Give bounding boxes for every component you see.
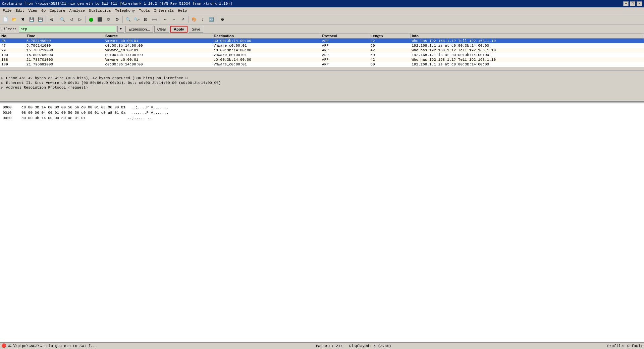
col-time[interactable]: Time <box>25 34 104 39</box>
menu-help[interactable]: Help <box>176 8 189 13</box>
colorize-button[interactable]: 🎨 <box>190 15 198 23</box>
menu-statistics[interactable]: Statistics <box>87 8 113 13</box>
toolbar-sep3 <box>85 16 86 23</box>
menu-edit[interactable]: Edit <box>13 8 26 13</box>
menu-internals[interactable]: Internals <box>152 8 176 13</box>
open-button[interactable]: 📂 <box>10 15 18 23</box>
title-bar: Capturing from \\pipe\GNS3\C1_nio_gen_et… <box>0 0 644 7</box>
col-destination[interactable]: Destination <box>212 34 321 39</box>
table-header: No. Time Source Destination Protocol Len… <box>0 34 644 39</box>
status-path: \\pipe\GNS3\C1_nio_gen_eth_to_SW1_f... <box>13 344 97 348</box>
menu-telephony[interactable]: Telephony <box>113 8 137 13</box>
capture-options-button[interactable]: ⚙ <box>113 15 121 23</box>
prefs-button[interactable]: ⚙ <box>218 15 226 23</box>
hex-offset: 0000 <box>3 105 16 110</box>
save-filter-button[interactable]: Save <box>189 26 203 33</box>
minimize-button[interactable]: ─ <box>623 1 629 6</box>
hex-bytes: c0 00 3b 14 00 00 00 50 56 c0 00 01 08 0… <box>21 105 125 110</box>
restore-button[interactable]: □ <box>630 1 635 6</box>
status-packets: Packets: 214 · Displayed: 6 (2.8%) <box>100 344 607 348</box>
goto-packet-button[interactable]: ↗ <box>179 15 187 23</box>
close-button[interactable]: ✖ <box>19 15 27 23</box>
window-title: Capturing from \\pipe\GNS3\C1_nio_gen_et… <box>2 2 623 6</box>
status-bar: 🔴 🖧 \\pipe\GNS3\C1_nio_gen_eth_to_SW1_f.… <box>0 342 644 349</box>
toolbar-sep4 <box>122 16 123 23</box>
expand-icon[interactable]: ▷ <box>1 76 5 80</box>
hex-ascii: ..;....P V....... <box>131 105 168 110</box>
hex-bytes: 08 00 06 04 00 01 00 50 56 c0 00 01 c0 a… <box>21 110 125 115</box>
save-button[interactable]: 💾 <box>28 15 36 23</box>
toolbar-sep2 <box>57 16 57 23</box>
back-button[interactable]: ← <box>161 15 169 23</box>
packet-table: No. Time Source Destination Protocol Len… <box>0 34 644 67</box>
menu-go[interactable]: Go <box>39 8 48 13</box>
hex-bytes: c0 00 3b 14 00 00 c0 a8 01 01 <box>21 115 122 121</box>
restart-capture-button[interactable]: ↺ <box>104 15 112 23</box>
zoom-reset-button[interactable]: ⊡ <box>142 15 150 23</box>
col-info[interactable]: Info <box>410 34 644 39</box>
stop-capture-button[interactable]: ⬛ <box>96 15 104 23</box>
status-profile: Profile: Default <box>607 344 643 348</box>
name-resolution-button[interactable]: 🔤 <box>207 15 215 23</box>
status-file-icon: 🖧 <box>8 343 12 348</box>
find-packet-button[interactable]: 🔍 <box>58 15 66 23</box>
menu-file[interactable]: File <box>1 8 13 13</box>
col-protocol[interactable]: Protocol <box>321 34 369 39</box>
hex-ascii: ..;..... .. <box>127 115 152 121</box>
horizontal-scrollbar[interactable] <box>0 70 644 75</box>
forward-button[interactable]: → <box>170 15 178 23</box>
apply-button[interactable]: Apply <box>170 26 187 33</box>
toolbar-sep7 <box>217 16 217 23</box>
table-row[interactable]: 475.796141000c0:00:3b:14:00:00Vmware_c0:… <box>0 43 644 48</box>
table-row[interactable]: 9915.783719000Vmware_c0:00:01c0:00:3b:14… <box>0 48 644 53</box>
packet-detail: ▷Frame 46: 42 bytes on wire (336 bits), … <box>0 75 644 102</box>
start-capture-button[interactable]: ⬤ <box>87 15 95 23</box>
menu-view[interactable]: View <box>26 8 39 13</box>
col-length[interactable]: Length <box>369 34 410 39</box>
autoscroll-button[interactable]: ↕ <box>199 15 207 23</box>
filter-dropdown[interactable]: ▼ <box>117 26 124 33</box>
save-as-button[interactable]: 💾 <box>36 15 44 23</box>
resize-columns-button[interactable]: ⟺ <box>150 15 158 23</box>
expression-button[interactable]: Expression... <box>125 26 153 33</box>
toolbar-sep5 <box>160 16 160 23</box>
detail-row[interactable]: ▷Frame 46: 42 bytes on wire (336 bits), … <box>0 76 644 81</box>
zoom-in-button[interactable]: 🔍 <box>124 15 132 23</box>
hex-dump: 0000c0 00 3b 14 00 00 00 50 56 c0 00 01 … <box>0 103 644 342</box>
table-row[interactable]: 10015.800706000c0:00:3b:14:00:00Vmware_c… <box>0 53 644 57</box>
table-row[interactable]: 18821.783701000Vmware_c0:00:01c0:00:3b:1… <box>0 57 644 62</box>
hex-offset: 0020 <box>3 115 16 121</box>
detail-row[interactable]: ▷Address Resolution Protocol (request) <box>0 85 644 90</box>
menu-capture[interactable]: Capture <box>48 8 67 13</box>
close-button[interactable]: ✕ <box>637 1 642 6</box>
clear-button[interactable]: Clear <box>154 26 169 33</box>
menu-analyze[interactable]: Analyze <box>67 8 87 13</box>
toolbar: 📄 📂 ✖ 💾 💾 🖨 🔍 ◁ ▷ ⬤ ⬛ ↺ ⚙ 🔍 🔍− ⊡ ⟺ ← → ↗… <box>0 14 644 25</box>
expand-icon[interactable]: ▷ <box>1 86 5 90</box>
detail-text: Frame 46: 42 bytes on wire (336 bits), 4… <box>6 76 187 80</box>
status-capture-icon: 🔴 <box>1 343 6 348</box>
detail-text: Address Resolution Protocol (request) <box>6 86 88 90</box>
prev-packet-button[interactable]: ◁ <box>67 15 75 23</box>
next-packet-button[interactable]: ▷ <box>76 15 84 23</box>
zoom-out-button[interactable]: 🔍− <box>133 15 141 23</box>
hex-ascii: .......P V....... <box>131 110 168 115</box>
filter-bar: Filter: ▼ Expression... Clear Apply Save <box>0 25 644 34</box>
hex-offset: 0010 <box>3 110 16 115</box>
new-capture-button[interactable]: 📄 <box>1 15 9 23</box>
print-button[interactable]: 🖨 <box>47 15 55 23</box>
packet-tbody: 465.783149000Vmware_c0:00:01c0:00:3b:14:… <box>0 39 644 67</box>
col-source[interactable]: Source <box>104 34 212 39</box>
expand-icon[interactable]: ▷ <box>1 81 5 85</box>
packet-list[interactable]: No. Time Source Destination Protocol Len… <box>0 34 644 70</box>
table-row[interactable]: 18921.796691000c0:00:3b:14:00:00Vmware_c… <box>0 62 644 67</box>
menu-bar: File Edit View Go Capture Analyze Statis… <box>0 7 644 14</box>
hex-row: 001008 00 06 04 00 01 00 50 56 c0 00 01 … <box>3 110 641 115</box>
col-no[interactable]: No. <box>0 34 25 39</box>
hex-row: 0020c0 00 3b 14 00 00 c0 a8 01 01..;....… <box>3 115 641 121</box>
menu-tools[interactable]: Tools <box>137 8 152 13</box>
hex-row: 0000c0 00 3b 14 00 00 00 50 56 c0 00 01 … <box>3 105 641 110</box>
table-row[interactable]: 465.783149000Vmware_c0:00:01c0:00:3b:14:… <box>0 39 644 44</box>
detail-row[interactable]: ▷Ethernet II, Src: Vmware_c0:00:01 (00:5… <box>0 81 644 85</box>
filter-input[interactable] <box>19 26 116 33</box>
